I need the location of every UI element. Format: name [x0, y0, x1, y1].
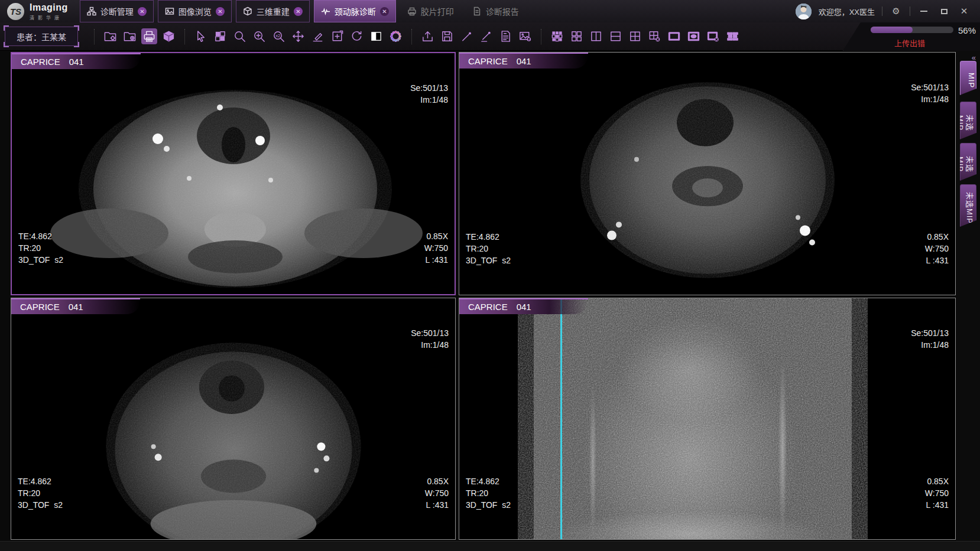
probe-line-icon[interactable]: [478, 28, 494, 44]
overlay-series-info: Se:501/13Im:1/48: [911, 304, 949, 374]
open-folder-settings-icon[interactable]: [102, 28, 118, 44]
upload-status-area: 56% 上传出错: [843, 22, 980, 51]
series-ribbon: CAPRICE 041: [12, 53, 141, 69]
rect-remove-icon[interactable]: [705, 28, 721, 44]
print-icon[interactable]: [141, 28, 157, 44]
tab-image-browse[interactable]: 图像浏览 ✕: [158, 0, 232, 22]
tab-label: 图像浏览: [179, 5, 212, 17]
titlebar: TS Imaging 清影华康 诊断管理 ✕ 图像浏览 ✕ 三维重建 ✕: [0, 0, 980, 22]
report-icon: [472, 6, 482, 16]
series-number: 041: [517, 56, 531, 66]
close-icon[interactable]: ✕: [216, 7, 225, 16]
tab-3d-reconstruction[interactable]: 三维重建 ✕: [236, 0, 310, 22]
cube-3d-icon[interactable]: [161, 28, 177, 44]
tool-buttons: x2: [90, 28, 741, 44]
overlay-acquisition-info: TE:4.862TR:203D_TOF s2: [466, 452, 511, 534]
window-close-icon[interactable]: ✕: [958, 5, 971, 18]
image-icon: [165, 6, 174, 16]
mri-image-mip: [459, 298, 955, 539]
divider: [910, 6, 910, 16]
zoom-x2-icon[interactable]: x2: [271, 28, 287, 44]
overlay-acquisition-info: TE:4.862TR:203D_TOF s2: [18, 452, 63, 534]
close-icon[interactable]: ✕: [138, 7, 147, 16]
series-ribbon: CAPRICE 041: [459, 53, 588, 69]
patient-label: 患者：王某某: [17, 31, 66, 43]
add-frame-icon[interactable]: [329, 28, 345, 44]
sidebar-tab-unselected-mip-2[interactable]: 未选MIP: [960, 143, 976, 181]
ellipse-roi-icon[interactable]: [686, 28, 702, 44]
measure-pencil-icon[interactable]: [310, 28, 326, 44]
mri-image-axial-1: [12, 53, 455, 294]
layout-columns-icon[interactable]: [588, 28, 604, 44]
filmstrip-icon[interactable]: [725, 28, 741, 44]
settings-gear-icon[interactable]: ⚙: [890, 5, 903, 18]
viewport-panel-2[interactable]: CAPRICE 041 Se:501/13Im:1/48 TE:4.862TR:…: [459, 52, 956, 295]
save-icon[interactable]: [439, 28, 455, 44]
series-title: CAPRICE: [468, 56, 508, 66]
svg-text:x2: x2: [275, 33, 280, 38]
rect-roi-icon[interactable]: [666, 28, 682, 44]
zoom-in-icon[interactable]: [251, 28, 267, 44]
layout-grid-icon[interactable]: [627, 28, 643, 44]
layout-rows-icon[interactable]: [608, 28, 624, 44]
window-level-icon[interactable]: [368, 28, 384, 44]
app-logo: TS Imaging 清影华康: [0, 0, 76, 22]
upload-progress-fill: [871, 27, 913, 33]
avatar[interactable]: [796, 4, 812, 19]
close-icon[interactable]: ✕: [294, 7, 303, 16]
series-number: 041: [517, 302, 531, 312]
checkerboard-layout-icon[interactable]: [212, 28, 228, 44]
series-title: CAPRICE: [21, 57, 60, 67]
series-ribbon: CAPRICE 041: [459, 298, 588, 314]
viewport-panel-3[interactable]: CAPRICE 041 Se:501/13Im:1/48 TE:4.862TR:…: [11, 298, 456, 540]
close-icon[interactable]: ✕: [380, 7, 389, 16]
patient-box: 患者：王某某: [5, 27, 78, 46]
magnifier-icon[interactable]: [232, 28, 248, 44]
tab-label: 颈动脉诊断: [335, 5, 376, 17]
cursor-icon[interactable]: [193, 28, 209, 44]
probe-icon[interactable]: [459, 28, 475, 44]
printer-icon: [407, 6, 417, 16]
sidebar-tab-unselected-mip-1[interactable]: 未选MIP: [960, 102, 976, 139]
sidebar-tab-unselected-mip-3[interactable]: 未选MIP: [960, 184, 976, 227]
layout-quad-icon[interactable]: [569, 28, 585, 44]
report-add-icon[interactable]: [498, 28, 514, 44]
divider: [882, 6, 882, 16]
waveform-icon: [321, 6, 330, 16]
overlay-acquisition-info: TE:4.862TR:203D_TOF s2: [466, 207, 511, 290]
tab-label: 诊断报告: [486, 5, 519, 17]
overlay-display-info: 0.85XW:750L :431: [925, 452, 949, 534]
collapse-chevrons-icon[interactable]: «: [972, 53, 975, 62]
upload-icon[interactable]: [420, 28, 436, 44]
user-area: 欢迎您，XX医生 ⚙ ✕: [796, 0, 980, 22]
grid-remove-icon[interactable]: [647, 28, 663, 44]
open-folder-add-icon[interactable]: [122, 28, 138, 44]
image-export-icon[interactable]: [517, 28, 533, 44]
sidebar-tab-mip[interactable]: MIP: [960, 61, 976, 95]
overlay-display-info: 0.85XW:750L :431: [425, 452, 449, 534]
upload-progress-bar: [871, 27, 953, 33]
series-ribbon: CAPRICE 041: [11, 298, 140, 314]
viewport-panel-1[interactable]: CAPRICE 041 Se:501/13Im:1/48 TE:4.862TR:…: [11, 52, 456, 295]
tab-carotid-diagnosis[interactable]: 颈动脉诊断 ✕: [314, 0, 396, 22]
series-number: 041: [69, 302, 83, 312]
series-title: CAPRICE: [468, 302, 508, 312]
minimize-icon[interactable]: [917, 5, 930, 18]
tab-diagnosis-management[interactable]: 诊断管理 ✕: [80, 0, 154, 22]
mri-image-axial-3: [11, 298, 455, 539]
tab-label: 三维重建: [257, 5, 290, 17]
upload-error-text: 上传出错: [894, 37, 925, 48]
grid-3x3-icon[interactable]: [549, 28, 565, 44]
viewport-panel-4[interactable]: CAPRICE 041 Se:501/13Im:1/48 TE:4.862TR:…: [459, 298, 956, 540]
color-wheel-icon[interactable]: [388, 28, 404, 44]
viewport-grid: CAPRICE 041 Se:501/13Im:1/48 TE:4.862TR:…: [0, 51, 980, 541]
rotate-icon[interactable]: [349, 28, 365, 44]
maximize-icon[interactable]: [937, 5, 950, 18]
mip-sidebar: « MIP 未选MIP 未选MIP 未选MIP: [956, 51, 980, 541]
pan-icon[interactable]: [290, 28, 306, 44]
overlay-series-info: Se:501/13Im:1/48: [411, 304, 449, 374]
welcome-text: 欢迎您，XX医生: [819, 6, 875, 17]
overlay-series-info: Se:501/13Im:1/48: [410, 58, 448, 129]
overlay-acquisition-info: TE:4.862TR:203D_TOF s2: [18, 207, 63, 289]
logo-mark-icon: TS: [7, 3, 24, 20]
